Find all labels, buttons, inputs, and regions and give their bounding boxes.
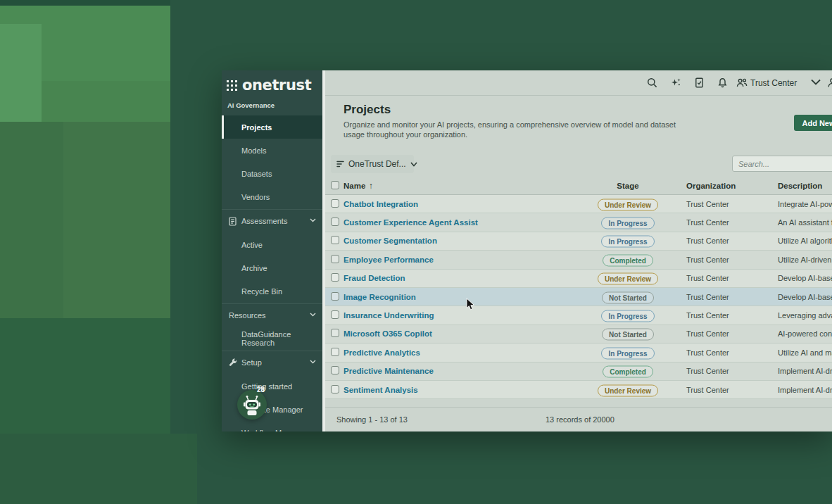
row-checkbox[interactable] — [331, 348, 339, 356]
page-title: Projects — [343, 103, 391, 117]
table-row[interactable]: Microsoft O365 CopilotNot StartedTrust C… — [325, 325, 832, 344]
row-checkbox[interactable] — [331, 255, 339, 263]
topbar: Trust Center — [325, 70, 832, 96]
description-cell: AI-powered content — [778, 329, 832, 338]
sidebar-item-projects[interactable]: Projects — [222, 115, 322, 139]
sidebar-item-models[interactable]: Models — [222, 139, 322, 162]
stage-badge: Under Review — [598, 199, 658, 210]
table-row[interactable]: Sentiment AnalysisUnder ReviewTrust Cent… — [325, 381, 832, 399]
table-row[interactable]: Fraud DetectionUnder ReviewTrust CenterD… — [325, 270, 832, 288]
column-header-organization[interactable]: Organization — [686, 182, 736, 190]
organization-cell: Trust Center — [686, 311, 729, 320]
project-name-link[interactable]: Predictive Maintenance — [343, 367, 434, 375]
sidebar: onetrust AI Governance ProjectsModelsDat… — [222, 70, 322, 431]
assistant-badge: 28 — [257, 386, 265, 393]
project-name-link[interactable]: Chatbot Integration — [343, 200, 418, 208]
organization-cell: Trust Center — [686, 274, 729, 282]
stage-badge: In Progress — [601, 218, 654, 229]
project-name-link[interactable]: Microsoft O365 Copilot — [343, 329, 432, 338]
ai-sparkles-icon[interactable] — [671, 77, 681, 88]
org-people-icon[interactable] — [736, 77, 748, 88]
table-row[interactable]: Image RecognitionNot StartedTrust Center… — [325, 288, 832, 306]
row-checkbox[interactable] — [331, 292, 339, 301]
sidebar-item-active[interactable]: Active — [222, 233, 322, 256]
sidebar-item-dataguidance-research[interactable]: DataGuidance Research — [222, 327, 322, 351]
row-checkbox[interactable] — [331, 199, 339, 208]
row-checkbox[interactable] — [331, 329, 339, 337]
sidebar-item-vendors[interactable]: Vendors — [222, 186, 322, 209]
row-checkbox[interactable] — [331, 273, 339, 282]
search-input[interactable] — [732, 156, 832, 172]
project-name-link[interactable]: Insurance Underwriting — [343, 311, 434, 320]
select-all-checkbox[interactable] — [331, 181, 339, 189]
organization-cell: Trust Center — [686, 348, 729, 357]
app-launcher-icon[interactable] — [227, 80, 237, 91]
row-checkbox[interactable] — [331, 310, 339, 319]
row-checkbox[interactable] — [331, 218, 339, 226]
assessments-icon — [229, 217, 237, 226]
bg-block — [0, 434, 197, 504]
description-cell: Develop AI-based fraud — [778, 274, 832, 282]
sidebar-item-assessments[interactable]: Assessments — [222, 210, 322, 233]
sidebar-item-workflow-manager[interactable]: Workflow Manager — [222, 421, 322, 431]
filter-icon — [336, 160, 344, 168]
document-check-icon[interactable] — [694, 77, 705, 88]
column-header-name[interactable]: Name↑ — [343, 182, 373, 190]
sidebar-item-archive[interactable]: Archive — [222, 256, 322, 279]
stage-badge: In Progress — [601, 347, 654, 359]
sidebar-item-label: Datasets — [241, 170, 272, 178]
project-name-link[interactable]: Customer Segmentation — [343, 237, 437, 245]
column-header-description[interactable]: Description — [778, 182, 822, 190]
project-name-link[interactable]: Image Recognition — [343, 293, 416, 301]
sidebar-item-resources[interactable]: Resources — [222, 304, 322, 327]
logo-row: onetrust — [227, 77, 311, 94]
wrench-icon — [229, 358, 237, 367]
chevron-down-icon[interactable] — [811, 79, 821, 85]
description-cell: Implement AI-driven — [778, 367, 832, 375]
add-new-button[interactable]: Add New — [794, 115, 832, 131]
assistant-button[interactable]: 28 — [237, 386, 271, 420]
table-row[interactable]: Chatbot IntegrationUnder ReviewTrust Cen… — [325, 195, 832, 213]
project-name-link[interactable]: Predictive Analytics — [343, 348, 420, 357]
sidebar-section-label: AI Governance — [227, 101, 275, 109]
description-cell: Utilize AI and machine — [778, 348, 832, 357]
account-switcher-label[interactable]: Trust Center — [750, 78, 797, 88]
bg-block — [63, 122, 170, 318]
page-description: Organize and monitor your AI projects, e… — [343, 120, 699, 139]
sidebar-item-label: Models — [241, 146, 266, 155]
project-name-link[interactable]: Fraud Detection — [343, 274, 405, 282]
table-row[interactable]: Employee PerformanceCompletedTrust Cente… — [325, 251, 832, 269]
description-cell: Integrate AI-powered chatbots — [778, 200, 832, 208]
table-row[interactable]: Customer SegmentationIn ProgressTrust Ce… — [325, 232, 832, 251]
sidebar-item-label: Projects — [241, 123, 272, 132]
row-checkbox[interactable] — [331, 366, 339, 374]
search-icon[interactable] — [647, 77, 657, 88]
records-count: 13 records of 20000 — [546, 415, 614, 424]
bg-block — [0, 24, 42, 122]
project-name-link[interactable]: Customer Experience Agent Assist — [343, 218, 478, 227]
bg-block — [0, 0, 170, 6]
table-row[interactable]: Customer Experience Agent AssistIn Progr… — [325, 213, 832, 232]
chevron-down-icon — [310, 313, 316, 317]
row-checkbox[interactable] — [331, 385, 339, 393]
sidebar-item-recycle-bin[interactable]: Recycle Bin — [222, 279, 322, 303]
view-selector[interactable]: OneTrust Def... — [331, 155, 414, 173]
table-body: Chatbot IntegrationUnder ReviewTrust Cen… — [325, 195, 832, 399]
bg-block — [42, 81, 170, 122]
sidebar-item-label: Vendors — [241, 193, 270, 201]
sidebar-item-setup[interactable]: Setup — [222, 351, 322, 374]
row-checkbox[interactable] — [331, 236, 339, 244]
organization-cell: Trust Center — [686, 218, 729, 227]
project-name-link[interactable]: Employee Performance — [343, 256, 434, 264]
profile-icon[interactable] — [827, 77, 832, 88]
table-row[interactable]: Predictive MaintenanceCompletedTrust Cen… — [325, 363, 832, 381]
column-header-stage[interactable]: Stage — [593, 182, 663, 190]
project-name-link[interactable]: Sentiment Analysis — [343, 386, 418, 394]
table-row[interactable]: Insurance UnderwritingIn ProgressTrust C… — [325, 306, 832, 325]
sidebar-item-datasets[interactable]: Datasets — [222, 162, 322, 185]
notifications-bell-icon[interactable] — [717, 77, 728, 88]
stage-badge: Not Started — [602, 329, 654, 341]
robot-icon — [237, 390, 267, 420]
sidebar-item-label: Recycle Bin — [241, 287, 282, 296]
table-row[interactable]: Predictive AnalyticsIn ProgressTrust Cen… — [325, 344, 832, 362]
